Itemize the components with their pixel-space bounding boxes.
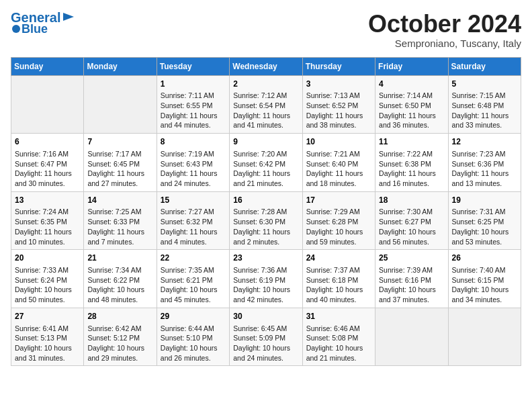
day-number: 15 xyxy=(161,195,226,206)
day-details: Sunrise: 7:13 AMSunset: 6:52 PMDaylight:… xyxy=(306,91,371,130)
calendar-cell: 22Sunrise: 7:35 AMSunset: 6:21 PMDayligh… xyxy=(157,250,229,308)
day-number: 26 xyxy=(452,253,517,264)
page-header: General Blue October 2024 Semproniano, T… xyxy=(11,11,521,49)
day-number: 10 xyxy=(306,136,371,148)
day-number: 3 xyxy=(306,79,371,90)
day-details: Sunrise: 6:42 AMSunset: 5:12 PMDaylight:… xyxy=(87,324,152,363)
calendar-cell: 26Sunrise: 7:40 AMSunset: 6:15 PMDayligh… xyxy=(448,250,521,308)
day-number: 24 xyxy=(306,253,371,264)
day-number: 20 xyxy=(15,253,80,264)
day-number: 16 xyxy=(233,195,298,206)
day-number: 18 xyxy=(379,195,444,206)
day-details: Sunrise: 6:44 AMSunset: 5:10 PMDaylight:… xyxy=(161,324,226,363)
col-header-wednesday: Wednesday xyxy=(230,57,302,75)
calendar-cell xyxy=(11,75,84,134)
day-details: Sunrise: 7:21 AMSunset: 6:40 PMDaylight:… xyxy=(306,149,371,189)
logo-text2: Blue xyxy=(21,23,48,35)
calendar-cell: 1Sunrise: 7:11 AMSunset: 6:55 PMDaylight… xyxy=(157,75,229,134)
week-row-1: 1Sunrise: 7:11 AMSunset: 6:55 PMDaylight… xyxy=(11,75,521,134)
calendar-table: SundayMondayTuesdayWednesdayThursdayFrid… xyxy=(11,57,521,367)
calendar-cell: 30Sunrise: 6:45 AMSunset: 5:09 PMDayligh… xyxy=(230,308,302,366)
calendar-cell: 8Sunrise: 7:19 AMSunset: 6:43 PMDaylight… xyxy=(157,134,229,192)
calendar-cell xyxy=(375,308,448,366)
logo-arrow-icon xyxy=(62,10,75,24)
calendar-cell: 13Sunrise: 7:24 AMSunset: 6:35 PMDayligh… xyxy=(11,191,84,250)
day-details: Sunrise: 7:16 AMSunset: 6:47 PMDaylight:… xyxy=(15,149,80,189)
day-details: Sunrise: 7:33 AMSunset: 6:24 PMDaylight:… xyxy=(15,265,80,305)
calendar-cell: 3Sunrise: 7:13 AMSunset: 6:52 PMDaylight… xyxy=(302,75,375,134)
day-number: 17 xyxy=(306,195,371,206)
location: Semproniano, Tuscany, Italy xyxy=(368,38,521,49)
day-details: Sunrise: 6:41 AMSunset: 5:13 PMDaylight:… xyxy=(15,324,80,363)
col-header-tuesday: Tuesday xyxy=(157,57,229,75)
calendar-cell: 19Sunrise: 7:31 AMSunset: 6:25 PMDayligh… xyxy=(448,191,521,250)
calendar-cell: 27Sunrise: 6:41 AMSunset: 5:13 PMDayligh… xyxy=(11,308,84,366)
col-header-thursday: Thursday xyxy=(302,57,375,75)
day-details: Sunrise: 7:40 AMSunset: 6:15 PMDaylight:… xyxy=(452,265,517,305)
calendar-cell: 17Sunrise: 7:29 AMSunset: 6:28 PMDayligh… xyxy=(302,191,375,250)
day-details: Sunrise: 7:19 AMSunset: 6:43 PMDaylight:… xyxy=(161,149,226,189)
calendar-cell: 31Sunrise: 6:46 AMSunset: 5:08 PMDayligh… xyxy=(302,308,375,366)
calendar-cell: 4Sunrise: 7:14 AMSunset: 6:50 PMDaylight… xyxy=(375,75,448,134)
day-details: Sunrise: 7:24 AMSunset: 6:35 PMDaylight:… xyxy=(15,207,80,246)
day-number: 13 xyxy=(15,195,80,206)
calendar-cell: 25Sunrise: 7:39 AMSunset: 6:16 PMDayligh… xyxy=(375,250,448,308)
calendar-cell: 6Sunrise: 7:16 AMSunset: 6:47 PMDaylight… xyxy=(11,134,84,192)
day-number: 7 xyxy=(87,136,152,148)
day-details: Sunrise: 7:35 AMSunset: 6:21 PMDaylight:… xyxy=(161,265,226,305)
calendar-cell xyxy=(448,308,521,366)
day-number: 19 xyxy=(452,195,517,206)
calendar-cell: 12Sunrise: 7:23 AMSunset: 6:36 PMDayligh… xyxy=(448,134,521,192)
calendar-cell: 5Sunrise: 7:15 AMSunset: 6:48 PMDaylight… xyxy=(448,75,521,134)
day-details: Sunrise: 7:23 AMSunset: 6:36 PMDaylight:… xyxy=(452,149,517,189)
calendar-cell: 10Sunrise: 7:21 AMSunset: 6:40 PMDayligh… xyxy=(302,134,375,192)
day-details: Sunrise: 7:39 AMSunset: 6:16 PMDaylight:… xyxy=(379,265,444,305)
col-header-sunday: Sunday xyxy=(11,57,84,75)
week-row-2: 6Sunrise: 7:16 AMSunset: 6:47 PMDaylight… xyxy=(11,134,521,192)
day-details: Sunrise: 7:20 AMSunset: 6:42 PMDaylight:… xyxy=(233,149,298,189)
calendar-cell: 9Sunrise: 7:20 AMSunset: 6:42 PMDaylight… xyxy=(230,134,302,192)
calendar-cell: 2Sunrise: 7:12 AMSunset: 6:54 PMDaylight… xyxy=(230,75,302,134)
day-number: 11 xyxy=(379,136,444,148)
day-number: 9 xyxy=(233,136,298,148)
day-details: Sunrise: 6:46 AMSunset: 5:08 PMDaylight:… xyxy=(306,324,371,363)
day-number: 12 xyxy=(452,136,517,148)
day-number: 22 xyxy=(161,253,226,264)
day-number: 8 xyxy=(161,136,226,148)
logo: General Blue xyxy=(11,11,75,35)
calendar-cell: 28Sunrise: 6:42 AMSunset: 5:12 PMDayligh… xyxy=(84,308,157,366)
week-row-3: 13Sunrise: 7:24 AMSunset: 6:35 PMDayligh… xyxy=(11,191,521,250)
day-number: 30 xyxy=(233,311,298,322)
day-details: Sunrise: 7:14 AMSunset: 6:50 PMDaylight:… xyxy=(379,91,444,130)
day-details: Sunrise: 7:17 AMSunset: 6:45 PMDaylight:… xyxy=(87,149,152,189)
calendar-cell: 16Sunrise: 7:28 AMSunset: 6:30 PMDayligh… xyxy=(230,191,302,250)
calendar-cell: 24Sunrise: 7:37 AMSunset: 6:18 PMDayligh… xyxy=(302,250,375,308)
title-section: October 2024 Semproniano, Tuscany, Italy xyxy=(368,11,521,49)
day-number: 6 xyxy=(15,136,80,148)
week-row-5: 27Sunrise: 6:41 AMSunset: 5:13 PMDayligh… xyxy=(11,308,521,366)
calendar-cell: 11Sunrise: 7:22 AMSunset: 6:38 PMDayligh… xyxy=(375,134,448,192)
day-number: 4 xyxy=(379,79,444,90)
day-number: 31 xyxy=(306,311,371,322)
day-number: 23 xyxy=(233,253,298,264)
header-row: SundayMondayTuesdayWednesdayThursdayFrid… xyxy=(11,57,521,75)
day-number: 5 xyxy=(452,79,517,90)
day-details: Sunrise: 7:27 AMSunset: 6:32 PMDaylight:… xyxy=(161,207,226,246)
day-details: Sunrise: 7:15 AMSunset: 6:48 PMDaylight:… xyxy=(452,91,517,130)
calendar-cell: 18Sunrise: 7:30 AMSunset: 6:27 PMDayligh… xyxy=(375,191,448,250)
day-details: Sunrise: 6:45 AMSunset: 5:09 PMDaylight:… xyxy=(233,324,298,363)
day-number: 2 xyxy=(233,79,298,90)
calendar-cell: 7Sunrise: 7:17 AMSunset: 6:45 PMDaylight… xyxy=(84,134,157,192)
day-details: Sunrise: 7:36 AMSunset: 6:19 PMDaylight:… xyxy=(233,265,298,305)
calendar-cell: 14Sunrise: 7:25 AMSunset: 6:33 PMDayligh… xyxy=(84,191,157,250)
col-header-friday: Friday xyxy=(375,57,448,75)
day-number: 25 xyxy=(379,253,444,264)
day-number: 1 xyxy=(161,79,226,90)
day-number: 21 xyxy=(87,253,152,264)
calendar-cell: 15Sunrise: 7:27 AMSunset: 6:32 PMDayligh… xyxy=(157,191,229,250)
day-details: Sunrise: 7:25 AMSunset: 6:33 PMDaylight:… xyxy=(87,207,152,246)
col-header-saturday: Saturday xyxy=(448,57,521,75)
day-details: Sunrise: 7:22 AMSunset: 6:38 PMDaylight:… xyxy=(379,149,444,189)
day-details: Sunrise: 7:37 AMSunset: 6:18 PMDaylight:… xyxy=(306,265,371,305)
day-details: Sunrise: 7:11 AMSunset: 6:55 PMDaylight:… xyxy=(161,91,226,130)
